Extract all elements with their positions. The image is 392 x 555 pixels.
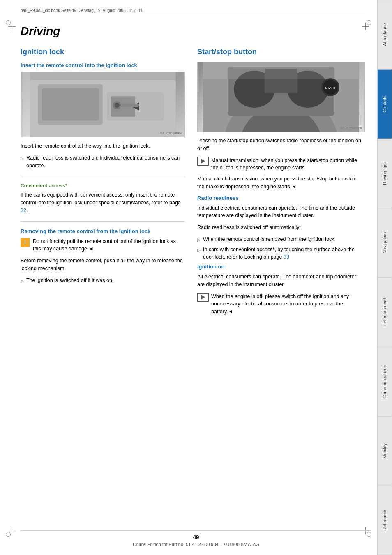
radio-readiness-title: Radio readiness [197,195,365,201]
svg-text:START: START [325,86,336,90]
svg-rect-7 [119,104,139,107]
right-column: Start/stop button [197,48,365,319]
divider-2 [21,221,185,222]
warning-box: ! Do not forcibly pull the remote contro… [21,238,185,253]
start-stop-image: START GS_C35069PA [197,62,365,132]
dual-clutch-body: M dual clutch transmission: when you pre… [197,175,365,191]
sidebar-tab-navigation[interactable]: Navigation [377,208,392,278]
sidebar-tab-entertainment[interactable]: Entertainment [377,278,392,347]
header-bar: ba8_E90M3_cic.book Seite 49 Dienstag, 19… [21,8,365,16]
subsection1-title: Insert the remote control into the ignit… [21,62,185,68]
bullet-ignition-off: ▷ The ignition is switched off if it was… [21,277,185,284]
sidebar-tab-controls[interactable]: Controls [377,69,392,139]
image-watermark: GS_C35069PA [160,132,182,135]
note-ignition-off: When the engine is off, please switch of… [197,293,365,316]
svg-rect-20 [203,62,359,79]
svg-point-9 [115,103,120,108]
copyright-text: Online Edition for Part no. 01 41 2 600 … [133,542,259,547]
sidebar-tab-driving-tips[interactable]: Driving tips [377,139,392,208]
bullet-remote-removed: ▷ When the remote control is removed fro… [197,236,365,243]
bullet-radio-readiness: ▷ Radio readiness is switched on. Indivi… [21,154,185,170]
sidebar-tab-reference[interactable]: Reference [377,486,392,555]
bullet-arrow-icon-2: ▷ [21,278,24,284]
bullet-arrow-icon-3: ▷ [197,237,201,243]
subsection3-title: Removing the remote control from the ign… [21,228,185,234]
sidebar: At a glance Controls Driving tips Naviga… [377,0,392,555]
note-box-icon [197,157,209,166]
play-icon [201,159,205,164]
header-file-info: ba8_E90M3_cic.book Seite 49 Dienstag, 19… [21,8,143,13]
divider-1 [21,176,185,176]
play-icon-2 [201,295,205,300]
page-title: Driving [21,25,365,38]
ignition-lock-image: GS_C35069PA [21,72,185,137]
bullet-ignition-text: The ignition is switched off if it was o… [26,277,113,284]
warning-icon: ! [21,238,30,247]
left-section-title: Ignition lock [21,48,185,56]
start-stop-body: Pressing the start/stop button switches … [197,137,365,153]
bullet-arrow-icon: ▷ [21,155,24,162]
sidebar-tab-at-a-glance[interactable]: At a glance [377,0,392,69]
bullet-convenient-text: In cars with convenient access*, by touc… [203,246,365,261]
radio-readiness-body1: Individual electrical consumers can oper… [197,204,365,220]
bullet-text: Radio readiness is switched on. Individu… [26,154,185,170]
footer: 49 Online Edition for Part no. 01 41 2 6… [21,530,371,547]
two-column-layout: Ignition lock Insert the remote control … [21,48,365,319]
bullet-convenient-access: ▷ In cars with convenient access*, by to… [197,246,365,261]
bullet-remote-text: When the remote control is removed from … [203,236,334,243]
page-32-link[interactable]: 32 [21,208,26,213]
page-33-link[interactable]: 33 [284,254,289,260]
note-manual-text: Manual transmission: when you press the … [211,157,365,172]
note-manual-transmission: Manual transmission: when you press the … [197,157,365,172]
page-number: 49 [21,534,371,540]
note-ignition-text: When the engine is off, please switch of… [211,293,365,316]
convenient-access-body: If the car is equipped with convenient a… [21,191,185,214]
note-box-icon-2 [197,293,209,302]
subsection2-title: Convenient access* [21,183,185,189]
bullet-arrow-icon-4: ▷ [197,247,201,253]
body-text-1: Insert the remote control all the way in… [21,142,185,150]
main-content: ba8_E90M3_cic.book Seite 49 Dienstag, 19… [0,0,377,555]
start-image-watermark: GS_C35069PA [340,126,362,130]
ignition-on-title: Ignition on [197,264,365,270]
svg-rect-3 [42,88,99,121]
ignition-on-body: All electrical consumers can operate. Th… [197,273,365,289]
warning-text: Do not forcibly pull the remote control … [33,238,185,253]
sidebar-tab-mobility[interactable]: Mobility [377,416,392,486]
sidebar-tab-communications[interactable]: Communications [377,347,392,416]
right-section-title: Start/stop button [197,48,365,56]
radio-readiness-body2: Radio readiness is switched off automati… [197,224,365,231]
removing-body: Before removing the remote control, push… [21,257,185,273]
left-column: Ignition lock Insert the remote control … [21,48,185,319]
